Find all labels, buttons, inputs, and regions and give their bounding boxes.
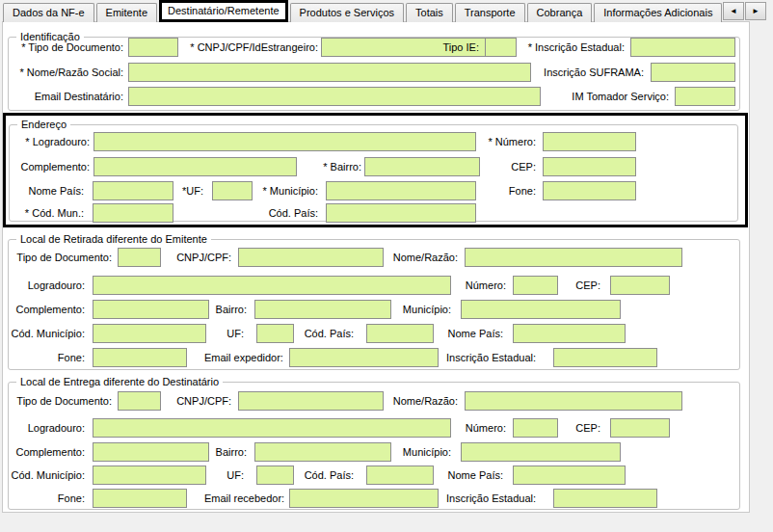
retirada-cod-pais-input[interactable] — [366, 324, 434, 343]
tab-scroll-left-button[interactable]: ◄ — [723, 2, 744, 20]
retirada-cod-municipio-label: Cód. Município: — [8, 327, 85, 341]
endereco-complemento-input[interactable] — [93, 157, 297, 176]
endereco-uf-label: *UF: — [165, 184, 203, 199]
retirada-nome-razao-input[interactable] — [465, 248, 682, 267]
endereco-bairro-label: * Bairro: — [289, 160, 361, 174]
entrega-email-recebedor-input[interactable] — [289, 489, 439, 508]
entrega-municipio-label: Município: — [384, 445, 451, 460]
entrega-logradouro-input[interactable] — [93, 418, 451, 438]
identificacao-cnpj-cpf-idestrangeiro-label: * CNPJ/CPF/IdEstrangeiro: — [183, 40, 318, 55]
identificacao-tipo-documento-label: * Tipo de Documento: — [8, 40, 123, 55]
tab-informacoes-adicionais[interactable]: Informações Adicionais — [594, 3, 722, 22]
tab-produtos-e-servicos[interactable]: Produtos e Serviços — [290, 3, 404, 22]
endereco-bairro-input[interactable] — [364, 157, 480, 176]
entrega-nome-pais-input[interactable] — [513, 466, 626, 485]
group-endereco-title: Endereço — [17, 118, 70, 132]
entrega-nome-razao-label: Nome/Razão: — [381, 394, 458, 409]
retirada-bairro-input[interactable] — [254, 300, 391, 319]
entrega-numero-label: Número: — [448, 421, 506, 436]
identificacao-nome-razao-social-label: * Nome/Razão Social: — [8, 66, 123, 80]
entrega-cep-label: CEP: — [543, 421, 600, 436]
endereco-logradouro-label: * Logradouro: — [8, 135, 90, 149]
group-retirada-title: Local de Retirada diferente do Emitente — [16, 232, 211, 247]
endereco-cep-input[interactable] — [543, 157, 636, 176]
endereco-uf-input[interactable] — [212, 181, 253, 200]
retirada-email-expedidor-label: Email expedidor: — [204, 351, 281, 365]
arrow-left-icon: ◄ — [730, 7, 737, 15]
retirada-fone-input[interactable] — [93, 348, 187, 367]
entrega-tipo-documento-input[interactable] — [118, 391, 161, 411]
entrega-nome-razao-input[interactable] — [465, 391, 682, 411]
retirada-bairro-label: Bairro: — [189, 303, 247, 317]
tab-strip: Dados da NF-e Emitente Destinatário/Reme… — [3, 0, 723, 22]
identificacao-im-tomador-servico-label: IM Tomador Serviço: — [553, 90, 669, 104]
entrega-email-recebedor-label: Email recebedor: — [204, 492, 281, 506]
identificacao-inscricao-estadual-label: * Inscrição Estadual: — [509, 40, 625, 55]
entrega-bairro-label: Bairro: — [189, 445, 247, 460]
identificacao-inscricao-suframa-label: Inscrição SUFRAMA: — [528, 66, 644, 80]
endereco-cod-pais-label: Cód. País: — [249, 206, 318, 221]
identificacao-email-destinatario-label: Email Destinatário: — [8, 90, 123, 104]
identificacao-nome-razao-social-input[interactable] — [128, 63, 531, 82]
identificacao-tipo-documento-input[interactable] — [128, 38, 178, 57]
retirada-cep-input[interactable] — [610, 276, 670, 295]
retirada-municipio-label: Município: — [384, 303, 451, 317]
endereco-complemento-label: Complemento: — [8, 160, 90, 174]
entrega-cod-pais-label: Cód. País: — [286, 468, 354, 483]
retirada-nome-pais-label: Nome País: — [436, 327, 503, 341]
tab-destinatario-remetente[interactable]: Destinatário/Remetente — [159, 0, 288, 22]
endereco-numero-label: * Número: — [449, 135, 536, 149]
tab-transporte[interactable]: Transporte — [455, 3, 525, 22]
arrow-right-icon: ► — [752, 7, 760, 15]
tab-scroll-right-button[interactable]: ► — [745, 2, 766, 20]
identificacao-im-tomador-servico-input[interactable] — [675, 87, 735, 106]
retirada-complemento-label: Complemento: — [8, 303, 85, 317]
endereco-logradouro-input[interactable] — [93, 132, 476, 151]
entrega-cod-pais-input[interactable] — [366, 466, 434, 485]
identificacao-inscricao-suframa-input[interactable] — [651, 63, 735, 82]
entrega-fone-input[interactable] — [93, 489, 187, 508]
entrega-bairro-input[interactable] — [254, 442, 391, 462]
retirada-cnpj-cpf-label: CNPJ/CPF: — [164, 251, 231, 265]
group-entrega-title: Local de Entrega diferente do Destinatár… — [16, 375, 223, 389]
retirada-inscricao-estadual-input[interactable] — [553, 348, 657, 367]
retirada-uf-label: UF: — [205, 327, 244, 341]
tab-cobranca[interactable]: Cobrança — [527, 3, 593, 22]
retirada-logradouro-label: Logradouro: — [8, 279, 85, 293]
endereco-nome-pais-label: Nome País: — [8, 184, 84, 199]
retirada-logradouro-input[interactable] — [93, 276, 451, 295]
entrega-inscricao-estadual-label: Inscrição Estadual: — [440, 492, 536, 506]
endereco-nome-pais-input[interactable] — [93, 181, 173, 200]
retirada-tipo-documento-input[interactable] — [118, 248, 161, 267]
retirada-cod-municipio-input[interactable] — [93, 324, 206, 343]
retirada-numero-label: Número: — [448, 279, 506, 293]
entrega-tipo-documento-label: Tipo de Documento: — [8, 394, 112, 409]
endereco-fone-input[interactable] — [543, 181, 636, 200]
tab-dados-da-nfe[interactable]: Dados da NF-e — [3, 3, 94, 22]
endereco-municipio-input[interactable] — [326, 181, 476, 200]
identificacao-email-destinatario-input[interactable] — [128, 87, 541, 106]
retirada-cep-label: CEP: — [543, 279, 600, 293]
entrega-cod-municipio-label: Cód. Município: — [8, 468, 85, 483]
endereco-numero-input[interactable] — [543, 132, 636, 151]
retirada-email-expedidor-input[interactable] — [289, 348, 439, 367]
retirada-cod-pais-label: Cód. País: — [286, 327, 354, 341]
endereco-cod-mun-input[interactable] — [93, 203, 173, 223]
entrega-cnpj-cpf-input[interactable] — [238, 391, 384, 411]
tab-totais[interactable]: Totais — [406, 3, 453, 22]
tab-emitente[interactable]: Emitente — [96, 3, 157, 22]
retirada-cnpj-cpf-input[interactable] — [238, 248, 384, 267]
retirada-municipio-input[interactable] — [461, 300, 621, 319]
endereco-cep-label: CEP: — [468, 160, 536, 174]
retirada-tipo-documento-label: Tipo de Documento: — [8, 251, 112, 265]
retirada-nome-pais-input[interactable] — [513, 324, 626, 343]
identificacao-inscricao-estadual-input[interactable] — [630, 38, 735, 57]
entrega-inscricao-estadual-input[interactable] — [553, 489, 657, 508]
entrega-cod-municipio-input[interactable] — [93, 466, 206, 485]
retirada-fone-label: Fone: — [8, 351, 85, 365]
entrega-cep-input[interactable] — [610, 418, 670, 438]
entrega-municipio-input[interactable] — [461, 442, 621, 462]
endereco-cod-pais-input[interactable] — [326, 203, 476, 223]
entrega-nome-pais-label: Nome País: — [436, 468, 503, 483]
app-window: Dados da NF-e Emitente Destinatário/Reme… — [0, 0, 773, 532]
